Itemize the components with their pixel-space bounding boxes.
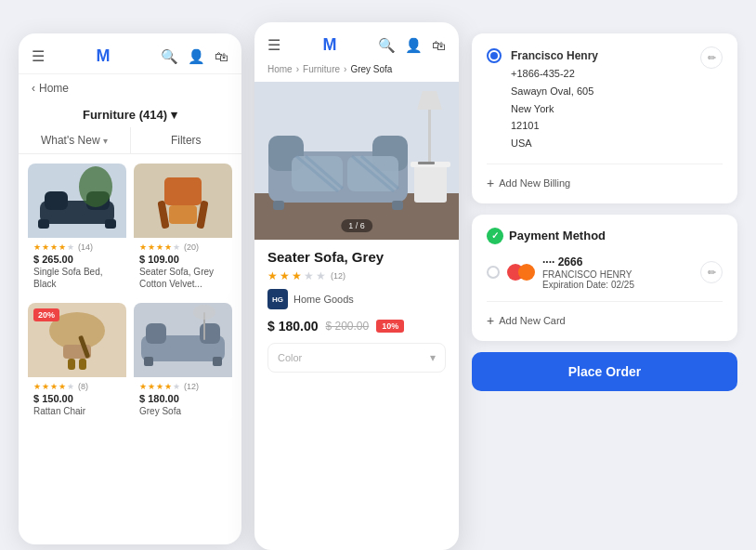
product-info: ★ ★ ★ ★ ★ (12) $ 180.00 Grey Sofa (134, 377, 232, 423)
color-label: Color (278, 352, 302, 363)
product-card[interactable]: ★ ★ ★ ★ ★ (20) $ 109.00 Seater Sofa, Gre… (134, 164, 232, 295)
star-icon: ★ (164, 242, 172, 252)
svg-point-5 (79, 166, 112, 207)
breadcrumb: Home › Furniture › Grey Sofa (254, 64, 459, 82)
billing-phone: +1866-435-22 (511, 65, 691, 83)
products-grid: ★ ★ ★ ★ ★ (14) $ 265.00 Single Sofa Bed,… (19, 154, 241, 432)
stars-row: ★ ★ ★ ★ ★ (12) (267, 269, 446, 282)
product-stars: ★ ★ ★ ★ ★ (12) (139, 382, 227, 391)
product-stars: ★ ★ ★ ★ ★ (14) (33, 242, 121, 252)
product-image (134, 303, 232, 377)
user-icon[interactable]: 👤 (405, 37, 423, 54)
svg-rect-6 (164, 177, 202, 205)
breadcrumb-sep: › (296, 64, 299, 74)
product-name: Single Sofa Bed, Black (33, 266, 121, 290)
product-card[interactable]: ★ ★ ★ ★ ★ (14) $ 265.00 Single Sofa Bed,… (28, 164, 126, 295)
back-navigation[interactable]: ‹ Home (19, 74, 241, 102)
search-icon[interactable]: 🔍 (378, 37, 396, 54)
logo: M (97, 46, 110, 66)
card-details: ···· 2666 FRANCISCO HENRY Expiration Dat… (542, 255, 693, 290)
user-icon[interactable]: 👤 (188, 48, 205, 65)
review-count: (12) (331, 271, 345, 281)
price-row: $ 180.00 $ 200.00 10% (267, 319, 446, 334)
middle-header: ☰ M 🔍 👤 🛍 (254, 22, 459, 64)
star-empty-icon: ★ (316, 269, 326, 282)
svg-rect-3 (38, 219, 49, 229)
star-icon: ★ (139, 242, 147, 252)
svg-rect-37 (428, 110, 431, 164)
star-icon: ★ (148, 242, 155, 252)
svg-rect-35 (414, 164, 447, 203)
star-icon: ★ (50, 242, 58, 252)
billing-row: Francisco Henry +1866-435-22 Sawayn Oval… (487, 46, 723, 152)
chevron-down-icon: ▾ (171, 108, 177, 122)
product-detail: Seater Sofa, Grey ★ ★ ★ ★ ★ (12) HG Home… (254, 240, 459, 382)
radio-button[interactable] (487, 48, 502, 63)
billing-info: Francisco Henry +1866-435-22 Sawayn Oval… (511, 46, 691, 152)
color-selector[interactable]: Color ▾ (267, 343, 446, 373)
product-price: $ 150.00 (33, 393, 121, 404)
star-empty-icon: ★ (67, 242, 74, 252)
product-stars: ★ ★ ★ ★ ★ (8) (33, 382, 121, 391)
svg-rect-4 (105, 219, 116, 229)
star-empty-icon: ★ (173, 382, 180, 391)
product-card[interactable]: 20% ★ ★ ★ ★ ★ (28, 303, 126, 423)
star-icon: ★ (42, 242, 49, 252)
breadcrumb-furniture[interactable]: Furniture (303, 64, 340, 74)
svg-rect-39 (418, 162, 435, 164)
breadcrumb-home[interactable]: Home (267, 64, 293, 74)
star-icon: ★ (148, 382, 155, 391)
cart-icon[interactable]: 🛍 (215, 48, 228, 64)
svg-rect-16 (146, 323, 166, 344)
product-hero-image: 1 / 6 (254, 82, 459, 240)
svg-rect-1 (45, 191, 68, 210)
check-icon: ✓ (487, 228, 503, 244)
product-title: Seater Sofa, Grey (267, 249, 446, 265)
star-empty-icon: ★ (173, 242, 180, 252)
plus-icon: + (487, 313, 494, 328)
add-new-billing-button[interactable]: + Add New Billing (487, 164, 723, 190)
search-icon[interactable]: 🔍 (161, 48, 178, 65)
billing-country: USA (511, 135, 691, 152)
product-price: $ 265.00 (33, 254, 121, 265)
card-number: ···· 2666 (542, 255, 693, 268)
filters-tab[interactable]: Filters (131, 127, 242, 153)
payment-title: ✓ Payment Method (487, 228, 723, 244)
category-bar[interactable]: Furniture (414) ▾ (19, 102, 241, 127)
middle-phone: ☰ M 🔍 👤 🛍 Home › Furniture › Grey Sofa (254, 22, 459, 550)
star-icon: ★ (156, 382, 163, 391)
image-counter: 1 / 6 (341, 219, 372, 232)
product-info: ★ ★ ★ ★ ★ (14) $ 265.00 Single Sofa Bed,… (28, 238, 126, 295)
hamburger-icon[interactable]: ☰ (32, 47, 45, 65)
hamburger-icon[interactable]: ☰ (267, 36, 280, 54)
svg-point-21 (193, 305, 215, 320)
add-new-card-button[interactable]: + Add New Card (487, 301, 723, 328)
product-info: ★ ★ ★ ★ ★ (20) $ 109.00 Seater Sofa, Gre… (134, 238, 232, 295)
cart-icon[interactable]: 🛍 (432, 37, 446, 53)
svg-rect-13 (79, 359, 86, 370)
svg-rect-33 (273, 201, 284, 210)
svg-rect-17 (200, 323, 220, 344)
whats-new-tab[interactable]: What's New ▾ (19, 127, 131, 153)
review-count: (8) (78, 382, 88, 391)
brand-logo: HG (267, 289, 288, 309)
product-name: Seater Sofa, Grey Cotton Velvet... (139, 266, 227, 290)
star-icon: ★ (292, 269, 302, 282)
svg-rect-7 (169, 205, 197, 224)
edit-card-button[interactable]: ✏ (700, 261, 723, 283)
edit-billing-button[interactable]: ✏ (700, 46, 723, 69)
product-card[interactable]: ★ ★ ★ ★ ★ (12) $ 180.00 Grey Sofa (134, 303, 232, 423)
review-count: (14) (78, 242, 93, 252)
payment-card: ✓ Payment Method ···· 2666 FRANCISCO HEN… (472, 215, 737, 341)
category-label: Furniture (414) (83, 108, 167, 122)
star-icon: ★ (59, 382, 66, 391)
billing-address: Sawayn Oval, 605 (511, 83, 691, 100)
place-order-button[interactable]: Place Order (472, 352, 737, 391)
card-radio-button[interactable] (487, 266, 500, 279)
star-icon: ★ (156, 242, 163, 252)
review-count: (20) (184, 242, 199, 252)
product-price: $ 180.00 (139, 393, 227, 404)
plus-icon: + (487, 176, 494, 190)
discount-badge: 10% (376, 320, 404, 333)
star-icon: ★ (280, 269, 290, 282)
